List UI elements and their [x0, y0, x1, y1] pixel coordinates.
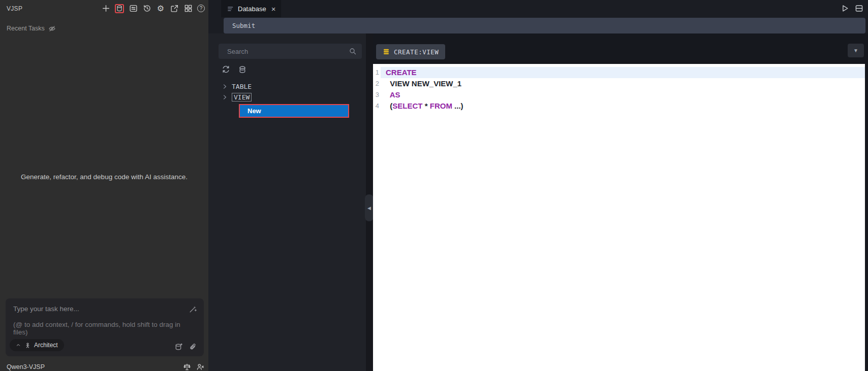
code-token: FROM [430, 102, 452, 110]
editor-toolbar: CREATE:VIEW ▼ [373, 33, 868, 64]
schema-tree: TABLE VIEW New [208, 81, 366, 118]
list-icon [227, 5, 234, 13]
editor-actions [841, 4, 863, 13]
new-task-icon[interactable] [101, 4, 110, 13]
split-editor-icon[interactable] [855, 4, 863, 13]
tree-item-table[interactable]: TABLE [208, 81, 366, 92]
sql-editor: CREATE:VIEW ▼ 1 CREATE 2 VIEW NEW_VIEW_1… [373, 33, 868, 371]
history-icon[interactable] [142, 4, 151, 13]
tree-item-view[interactable]: VIEW [208, 92, 366, 103]
hide-tasks-eye-off-icon[interactable] [48, 24, 56, 32]
empty-state-text: Generate, refactor, and debug code with … [10, 173, 198, 181]
task-box-actions [174, 343, 197, 351]
code-token: AS [390, 90, 400, 99]
database-panel: Database × Submit [208, 0, 868, 371]
enhance-prompt-wand-icon[interactable] [189, 305, 197, 314]
explorer-toolbar [222, 65, 246, 74]
task-input-hint: (@ to add context, / for commands, hold … [13, 321, 196, 336]
submit-label: Submit [232, 22, 255, 29]
mode-label: Architect [34, 342, 58, 349]
ai-assistant-panel: VJSP ⚙ [0, 0, 208, 371]
editor-tab-bar: Database × [208, 0, 868, 17]
database-stack-icon [383, 48, 390, 55]
line-number: 2 [373, 78, 381, 89]
scales-icon[interactable] [182, 362, 191, 371]
code-token [386, 90, 390, 99]
architect-person-icon [24, 342, 31, 349]
tab-label: Database [238, 5, 266, 13]
chevron-right-icon [222, 83, 228, 90]
run-play-icon[interactable] [841, 4, 849, 13]
tree-item-label: TABLE [232, 83, 252, 90]
tree-item-label: New [247, 107, 261, 115]
search-icon [349, 47, 357, 55]
mode-selector-button[interactable]: Architect [10, 339, 64, 351]
search-input[interactable] [219, 44, 362, 59]
chevron-right-icon [222, 94, 228, 100]
task-input-placeholder: Type your task here... [13, 305, 196, 313]
caret-down-icon: ▼ [853, 48, 858, 53]
panel-title: VJSP [7, 5, 22, 12]
task-input[interactable]: Type your task here... (@ to add context… [6, 298, 204, 356]
code-token: VIEW NEW_VIEW_1 [386, 79, 461, 88]
code-line[interactable]: 2 VIEW NEW_VIEW_1 [373, 78, 865, 89]
model-label[interactable]: Qwen3-VJSP [7, 363, 45, 370]
attach-paperclip-icon[interactable] [189, 343, 197, 351]
editor-dropdown-button[interactable]: ▼ [848, 44, 864, 57]
line-number: 3 [373, 89, 381, 100]
open-external-icon[interactable] [170, 4, 179, 13]
line-number: 1 [373, 67, 381, 78]
chevron-up-icon [15, 342, 21, 349]
code-line[interactable]: 4 (SELECT * FROM ...) [373, 100, 865, 112]
collapse-panel-button[interactable]: ◀ [365, 194, 374, 221]
code-token: SELECT [392, 102, 422, 110]
recent-tasks-header[interactable]: Recent Tasks [7, 24, 56, 32]
settings-gear-icon[interactable]: ⚙ [156, 4, 165, 13]
database-mode-icon[interactable] [115, 4, 124, 13]
database-icon[interactable] [238, 65, 246, 74]
code-token: ( [386, 102, 392, 110]
code-token: * [423, 102, 430, 110]
statement-chip-label: CREATE:VIEW [394, 48, 439, 56]
submit-button[interactable]: Submit [224, 18, 865, 33]
code-token: CREATE [386, 68, 417, 77]
code-area[interactable]: 1 CREATE 2 VIEW NEW_VIEW_1 3 AS 4 (SELEC… [373, 64, 865, 371]
collapse-left-icon: ◀ [367, 206, 371, 211]
tab-close-icon[interactable]: × [271, 5, 276, 13]
statement-chip[interactable]: CREATE:VIEW [376, 44, 445, 59]
extensions-grid-icon[interactable] [183, 4, 193, 13]
code-line[interactable]: 3 AS [373, 89, 865, 100]
account-search-icon[interactable] [196, 362, 204, 371]
line-number: 4 [373, 100, 381, 112]
panel-divider[interactable]: ◀ [366, 33, 373, 371]
tree-item-new-view-selected[interactable]: New [239, 104, 349, 118]
ai-panel-header: VJSP ⚙ [0, 0, 208, 17]
recent-tasks-label: Recent Tasks [7, 25, 45, 32]
code-line[interactable]: 1 CREATE [373, 67, 865, 78]
schema-explorer: TABLE VIEW New [208, 33, 366, 371]
ai-panel-toolbar: ⚙ ? [101, 4, 205, 13]
database-context-icon[interactable] [174, 343, 183, 351]
status-bar-icons [182, 362, 204, 371]
help-icon[interactable]: ? [197, 5, 205, 12]
app-root: VJSP ⚙ [0, 0, 868, 371]
tab-database[interactable]: Database × [221, 0, 281, 17]
code-token: ...) [452, 102, 463, 110]
tree-item-label: VIEW [232, 93, 252, 102]
prompt-settings-icon[interactable] [129, 4, 138, 13]
refresh-icon[interactable] [222, 65, 230, 74]
status-bar: Qwen3-VJSP [7, 362, 204, 371]
